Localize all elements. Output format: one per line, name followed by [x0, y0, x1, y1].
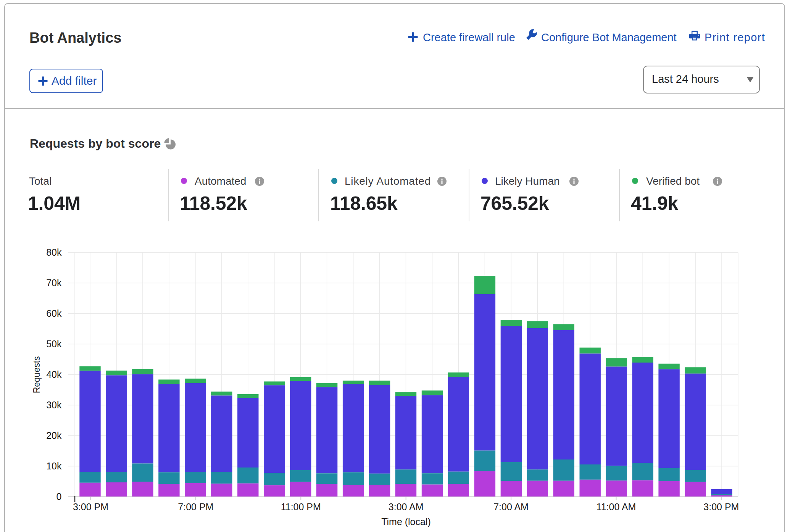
svg-text:7:00 PM: 7:00 PM	[178, 501, 213, 512]
svg-text:11:00 AM: 11:00 AM	[597, 501, 636, 512]
svg-text:Requests: Requests	[32, 356, 42, 393]
svg-text:40k: 40k	[46, 369, 62, 380]
svg-text:3:00 AM: 3:00 AM	[389, 501, 424, 512]
svg-text:7:00 AM: 7:00 AM	[493, 501, 529, 512]
svg-text:70k: 70k	[46, 277, 62, 288]
svg-text:80k: 80k	[46, 247, 62, 258]
svg-text:11:00 PM: 11:00 PM	[281, 501, 321, 512]
svg-text:50k: 50k	[46, 339, 62, 349]
svg-text:20k: 20k	[46, 430, 62, 441]
svg-text:60k: 60k	[46, 308, 62, 319]
svg-text:30k: 30k	[46, 400, 62, 410]
svg-text:Time (local): Time (local)	[381, 516, 431, 527]
svg-text:10k: 10k	[46, 461, 62, 471]
svg-text:3:00 PM: 3:00 PM	[73, 501, 108, 512]
svg-text:0: 0	[56, 491, 62, 502]
svg-text:3:00 PM: 3:00 PM	[703, 501, 739, 512]
